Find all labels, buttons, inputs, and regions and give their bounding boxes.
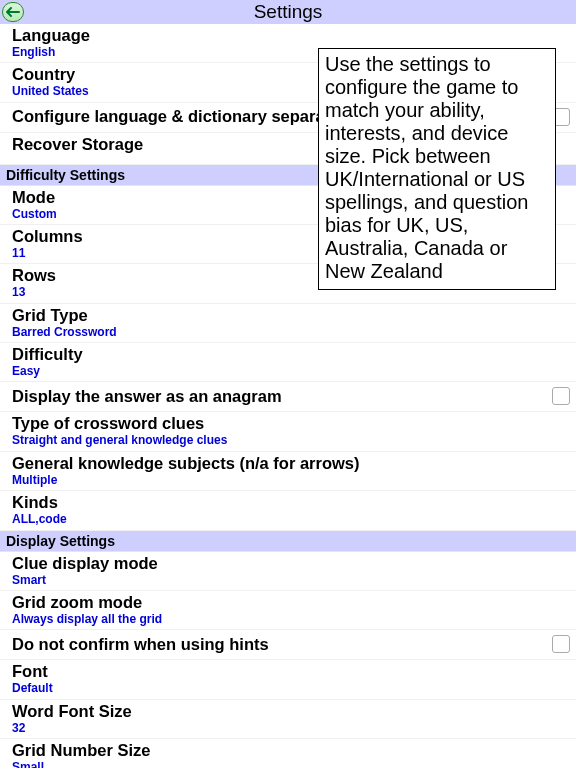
page-title: Settings [0, 1, 576, 23]
value-kinds: ALL,code [12, 512, 568, 526]
label-clue-type: Type of crossword clues [12, 414, 568, 433]
header-bar: Settings [0, 0, 576, 24]
value-clue-type: Straight and general knowledge clues [12, 433, 568, 447]
row-font[interactable]: Font Default [0, 660, 576, 699]
label-grid-number-size: Grid Number Size [12, 741, 568, 760]
value-grid-number-size: Small [12, 760, 568, 768]
back-button[interactable] [2, 2, 24, 22]
toggle-no-confirm-hints[interactable] [552, 635, 570, 653]
toggle-anagram[interactable] [552, 387, 570, 405]
row-difficulty[interactable]: Difficulty Easy [0, 343, 576, 382]
row-clue-type[interactable]: Type of crossword clues Straight and gen… [0, 412, 576, 451]
label-difficulty: Difficulty [12, 345, 568, 364]
label-config-separately: Configure language & dictionary separate… [12, 107, 353, 126]
label-font: Font [12, 662, 568, 681]
label-anagram: Display the answer as an anagram [12, 387, 282, 406]
label-word-font-size: Word Font Size [12, 702, 568, 721]
value-grid-zoom-mode: Always display all the grid [12, 612, 568, 626]
row-grid-number-size[interactable]: Grid Number Size Small [0, 739, 576, 768]
row-word-font-size[interactable]: Word Font Size 32 [0, 700, 576, 739]
back-arrow-icon [6, 7, 20, 17]
row-no-confirm-hints[interactable]: Do not confirm when using hints [0, 630, 576, 660]
value-gk-subjects: Multiple [12, 473, 568, 487]
row-grid-type[interactable]: Grid Type Barred Crossword [0, 304, 576, 343]
row-gk-subjects[interactable]: General knowledge subjects (n/a for arro… [0, 452, 576, 491]
value-font: Default [12, 681, 568, 695]
row-clue-display-mode[interactable]: Clue display mode Smart [0, 552, 576, 591]
label-clue-display-mode: Clue display mode [12, 554, 568, 573]
row-kinds[interactable]: Kinds ALL,code [0, 491, 576, 530]
label-kinds: Kinds [12, 493, 568, 512]
value-grid-type: Barred Crossword [12, 325, 568, 339]
row-grid-zoom-mode[interactable]: Grid zoom mode Always display all the gr… [0, 591, 576, 630]
value-clue-display-mode: Smart [12, 573, 568, 587]
label-grid-zoom-mode: Grid zoom mode [12, 593, 568, 612]
value-word-font-size: 32 [12, 721, 568, 735]
row-anagram[interactable]: Display the answer as an anagram [0, 382, 576, 412]
help-tooltip: Use the settings to configure the game t… [318, 48, 556, 290]
section-display: Display Settings [0, 531, 576, 552]
label-grid-type: Grid Type [12, 306, 568, 325]
label-gk-subjects: General knowledge subjects (n/a for arro… [12, 454, 568, 473]
label-no-confirm-hints: Do not confirm when using hints [12, 635, 269, 654]
value-difficulty: Easy [12, 364, 568, 378]
label-language: Language [12, 26, 568, 45]
